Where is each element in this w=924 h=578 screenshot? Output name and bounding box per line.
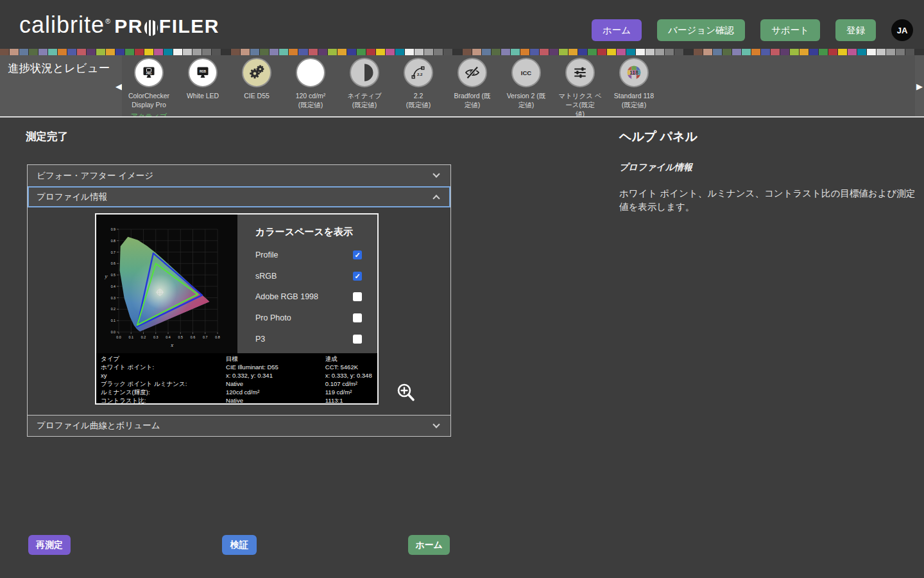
profiler-o-icon bbox=[144, 20, 158, 36]
table-cell: Native bbox=[226, 397, 325, 405]
brightness-icon bbox=[296, 58, 325, 87]
svg-text:0.9: 0.9 bbox=[111, 227, 116, 231]
color-swatch bbox=[270, 49, 278, 55]
colorspace-list: Profile✓sRGB✓Adobe RGB 1998Pro PhotoP3 bbox=[255, 245, 362, 349]
progress-step[interactable]: ネイティブ (既定値) bbox=[338, 58, 391, 118]
user-avatar[interactable]: JA bbox=[891, 19, 913, 41]
register-button[interactable]: 登録 bbox=[835, 19, 876, 41]
support-button[interactable]: サポート bbox=[760, 19, 820, 41]
color-swatch bbox=[665, 49, 674, 55]
color-swatch bbox=[790, 49, 799, 55]
color-swatch bbox=[241, 49, 250, 55]
svg-text:0.4: 0.4 bbox=[166, 335, 170, 339]
profile-info-content: 0.00.10.20.30.40.50.60.70.80.00.10.20.30… bbox=[28, 207, 450, 415]
colorspace-label: P3 bbox=[255, 335, 265, 344]
color-swatch bbox=[58, 49, 67, 55]
svg-text:ICC: ICC bbox=[521, 69, 532, 76]
color-swatch bbox=[328, 49, 337, 55]
progress-step[interactable]: Bradford (既 定値) bbox=[445, 58, 499, 118]
accordion-curves-header[interactable]: プロファイル曲線とボリューム bbox=[28, 415, 450, 436]
color-swatch bbox=[395, 49, 404, 55]
colorspace-row: Adobe RGB 1998 bbox=[255, 286, 362, 308]
color-swatch bbox=[819, 49, 828, 55]
table-cell: 目標 bbox=[226, 355, 325, 363]
accordion-profile-info-label: プロファイル情報 bbox=[37, 191, 107, 203]
home-nav-button[interactable]: ホーム bbox=[592, 19, 642, 41]
color-swatch bbox=[125, 49, 134, 55]
step-label: ネイティブ (既定値) bbox=[347, 92, 382, 110]
svg-text:0.3: 0.3 bbox=[153, 335, 158, 339]
progress-step[interactable]: RGBWhite LED bbox=[176, 58, 230, 118]
color-swatch bbox=[607, 49, 616, 55]
colorchecker-strip bbox=[0, 49, 924, 55]
color-swatch bbox=[279, 49, 288, 55]
color-swatch bbox=[472, 49, 481, 55]
color-swatch bbox=[569, 49, 578, 55]
top-bar: calibrite ® PRFILER ホーム バージョン確認 サポート 登録 … bbox=[0, 0, 924, 49]
color-swatch bbox=[780, 49, 789, 55]
color-swatch bbox=[857, 49, 866, 55]
colorspace-checkbox[interactable] bbox=[353, 335, 362, 344]
color-swatch bbox=[828, 49, 837, 55]
table-row: ルミナンス(輝度):120cd cd/m²119 cd/m² bbox=[101, 389, 373, 397]
color-swatch bbox=[338, 49, 346, 55]
colorspace-label: Profile bbox=[255, 250, 278, 259]
verify-button[interactable]: 検証 bbox=[222, 535, 257, 555]
color-swatch bbox=[877, 49, 886, 55]
progress-step[interactable]: マトリクス ベ ース(既定 値) bbox=[553, 58, 607, 118]
accordion-before-after-header[interactable]: ビフォー・アフター イメージ bbox=[28, 165, 450, 186]
logo-brand-text: calibrite bbox=[19, 12, 105, 39]
svg-text:RGB: RGB bbox=[200, 70, 207, 73]
table-cell: コントラスト比: bbox=[101, 397, 226, 405]
accordion-profile-info-header[interactable]: プロファイル情報 bbox=[28, 186, 450, 207]
colorspace-checkbox[interactable]: ✓ bbox=[353, 272, 362, 281]
table-cell: x: 0.332, y: 0.341 bbox=[226, 372, 325, 380]
color-swatch bbox=[77, 49, 86, 55]
colorspace-row: Profile✓ bbox=[255, 245, 362, 266]
chevron-down-icon bbox=[432, 170, 440, 177]
table-cell: x: 0.333, y: 0.348 bbox=[325, 372, 373, 380]
table-cell: 達成 bbox=[325, 355, 373, 363]
color-swatch bbox=[202, 49, 211, 55]
scroll-right-arrow-icon[interactable]: ▶ bbox=[916, 81, 923, 91]
color-swatch bbox=[347, 49, 356, 55]
svg-text:2.2: 2.2 bbox=[417, 72, 423, 76]
remeasure-button[interactable]: 再測定 bbox=[28, 535, 71, 555]
color-swatch bbox=[260, 49, 269, 55]
color-swatch bbox=[318, 49, 327, 55]
colorspace-checkbox[interactable] bbox=[353, 313, 362, 322]
color-swatch bbox=[915, 49, 924, 55]
color-swatch bbox=[298, 49, 307, 55]
color-swatch bbox=[905, 49, 914, 55]
logo-product-pre: PR bbox=[114, 15, 143, 37]
table-cell: Native bbox=[226, 380, 325, 389]
color-swatch bbox=[723, 49, 732, 55]
progress-step[interactable]: 118Standard 118 (既定値) bbox=[607, 58, 661, 118]
color-swatch bbox=[463, 49, 472, 55]
color-swatch bbox=[809, 49, 818, 55]
progress-step[interactable]: CIE D55 bbox=[230, 58, 284, 118]
step-label: 120 cd/m² (既定値) bbox=[296, 92, 326, 110]
progress-steps-viewport: PROColorChecker Display ProアクティブRGBWhite… bbox=[122, 55, 915, 116]
version-check-button[interactable]: バージョン確認 bbox=[657, 19, 745, 41]
home-button[interactable]: ホーム bbox=[408, 535, 450, 555]
step-label: Standard 118 (既定値) bbox=[614, 92, 654, 110]
display-pro-icon: PRO bbox=[134, 58, 164, 87]
progress-step[interactable]: 2.22.2 (既定値) bbox=[391, 58, 445, 118]
table-cell: 119 cd/m² bbox=[325, 389, 373, 397]
scroll-left-arrow-icon[interactable]: ◀ bbox=[116, 81, 122, 91]
color-swatch bbox=[597, 49, 606, 55]
colorspace-checkbox[interactable]: ✓ bbox=[353, 250, 362, 259]
color-swatch bbox=[366, 49, 375, 55]
color-swatch bbox=[520, 49, 529, 55]
profile-info-box: 0.00.10.20.30.40.50.60.70.80.00.10.20.30… bbox=[95, 213, 379, 405]
color-swatch bbox=[405, 49, 414, 55]
zoom-in-icon[interactable] bbox=[396, 382, 416, 404]
progress-step[interactable]: 120 cd/m² (既定値) bbox=[284, 58, 338, 118]
progress-step[interactable]: ICCVersion 2 (既 定値) bbox=[499, 58, 553, 118]
colorspace-checkbox[interactable] bbox=[353, 292, 362, 301]
color-swatch bbox=[154, 49, 163, 55]
progress-step[interactable]: PROColorChecker Display Proアクティブ bbox=[122, 58, 176, 118]
color-swatch bbox=[289, 49, 298, 55]
color-swatch bbox=[164, 49, 173, 55]
